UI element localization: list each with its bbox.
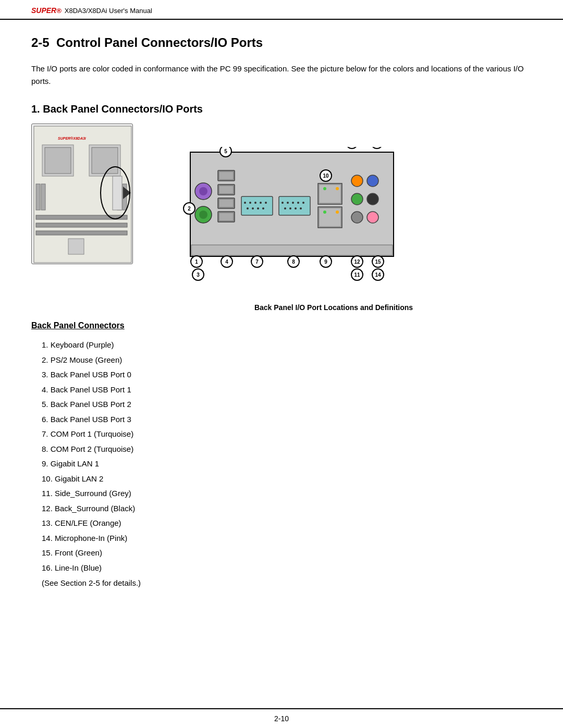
list-item: 15. Front (Green): [42, 546, 532, 561]
svg-rect-25: [219, 186, 233, 193]
svg-text:SUPER®X8DA3i: SUPER®X8DA3i: [58, 137, 87, 140]
list-item: 4. Back Panel USB Port 1: [42, 382, 532, 398]
svg-point-47: [289, 207, 291, 209]
list-item: 11. Side_Surround (Grey): [42, 486, 532, 501]
svg-text:5: 5: [224, 149, 227, 154]
svg-point-36: [247, 207, 249, 209]
see-section: (See Section 2-5 for details.): [42, 578, 532, 587]
svg-point-34: [260, 202, 262, 204]
list-item: 7. COM Port 1 (Turquoise): [42, 427, 532, 442]
svg-point-39: [262, 207, 264, 209]
svg-point-62: [351, 212, 363, 223]
svg-text:10: 10: [323, 173, 329, 179]
svg-rect-23: [219, 172, 233, 179]
back-panel-connectors-heading: Back Panel Connectors: [31, 321, 532, 330]
page-number: 2-10: [274, 714, 289, 723]
svg-rect-5: [92, 147, 118, 174]
list-item: 8. COM Port 2 (Turquoise): [42, 442, 532, 457]
page-wrapper: SUPER® X8DA3/X8DAi User's Manual 2-5 Con…: [0, 0, 563, 728]
diagram-caption: Back Panel I/O Port Locations and Defini…: [136, 303, 532, 312]
header-brand: SUPER®: [31, 6, 62, 15]
svg-text:12: 12: [354, 259, 360, 265]
list-item: 14. Microphone-In (Pink): [42, 531, 532, 546]
svg-text:8: 8: [292, 259, 295, 265]
reg-mark: ®: [56, 7, 62, 15]
list-item: 1. Keyboard (Purple): [42, 338, 532, 353]
list-item: 3. Back Panel USB Port 0: [42, 367, 532, 382]
svg-point-44: [297, 202, 299, 204]
svg-point-71: [346, 147, 358, 149]
brand-name: SUPER: [31, 6, 56, 15]
svg-rect-14: [113, 176, 122, 210]
svg-rect-13: [68, 239, 84, 254]
title-suffix: User's Manual: [107, 7, 152, 15]
header-model: X8DA3/X8DAi User's Manual: [65, 7, 152, 15]
svg-point-35: [265, 202, 267, 204]
svg-point-46: [284, 207, 286, 209]
svg-text:1: 1: [195, 259, 198, 265]
svg-text:2: 2: [188, 206, 191, 212]
list-item: 16. Line-In (Blue): [42, 561, 532, 576]
svg-rect-7: [41, 184, 45, 210]
svg-point-53: [336, 187, 339, 190]
svg-point-32: [249, 202, 251, 204]
svg-point-49: [300, 207, 302, 209]
section-title: Control Panel Connectors/IO Ports: [56, 35, 263, 50]
model-text: X8DA3/X8DAi: [65, 7, 107, 15]
svg-point-31: [244, 202, 246, 204]
svg-point-45: [302, 202, 304, 204]
svg-text:3: 3: [197, 272, 200, 278]
page-content: 2-5 Control Panel Connectors/IO Ports Th…: [0, 20, 563, 708]
svg-rect-40: [279, 196, 310, 215]
svg-rect-3: [45, 147, 71, 174]
svg-text:15: 15: [375, 259, 381, 265]
svg-point-63: [367, 212, 378, 223]
svg-point-19: [199, 187, 207, 195]
list-item: 12. Back_Surround (Black): [42, 501, 532, 516]
list-item: 9. Gigabit LAN 1: [42, 456, 532, 472]
list-item: 10. Gigabit LAN 2: [42, 472, 532, 487]
svg-text:11: 11: [354, 272, 360, 278]
svg-text:9: 9: [324, 259, 327, 265]
svg-rect-29: [219, 213, 233, 220]
svg-point-43: [292, 202, 294, 204]
svg-point-59: [367, 175, 378, 187]
svg-point-48: [295, 207, 297, 209]
section-heading: 2-5 Control Panel Connectors/IO Ports: [31, 35, 532, 50]
svg-rect-11: [36, 223, 127, 227]
svg-point-37: [252, 207, 254, 209]
page-header: SUPER® X8DA3/X8DAi User's Manual: [0, 0, 563, 20]
list-item: 2. PS/2 Mouse (Green): [42, 353, 532, 368]
svg-point-56: [323, 211, 326, 214]
intro-paragraph: The I/O ports are color coded in conform…: [31, 63, 532, 88]
list-item: 13. CEN/LFE (Orange): [42, 516, 532, 531]
svg-point-38: [257, 207, 259, 209]
svg-point-60: [351, 193, 363, 205]
motherboard-sketch: SUPER®X8DA3i: [31, 124, 133, 264]
svg-rect-6: [36, 184, 40, 210]
svg-point-21: [199, 211, 207, 219]
subsection-heading: 1. Back Panel Connectors/IO Ports: [31, 103, 532, 115]
svg-point-58: [351, 175, 363, 187]
svg-point-41: [282, 202, 284, 204]
svg-text:4: 4: [225, 259, 228, 265]
svg-point-52: [323, 187, 326, 190]
svg-point-33: [254, 202, 256, 204]
section-number: 2-5: [31, 35, 50, 50]
svg-point-73: [371, 147, 383, 149]
svg-rect-12: [36, 231, 127, 235]
io-panel-diagram: 6 5 2 13: [159, 147, 414, 298]
svg-rect-27: [219, 200, 233, 207]
svg-rect-64: [191, 245, 393, 255]
svg-text:14: 14: [375, 272, 381, 278]
connector-list: 1. Keyboard (Purple) 2. PS/2 Mouse (Gree…: [31, 338, 532, 575]
page-footer: 2-10: [0, 708, 563, 728]
diagram-area: SUPER®X8DA3i: [31, 124, 532, 298]
list-item: 5. Back Panel USB Port 2: [42, 397, 532, 412]
svg-rect-30: [241, 196, 273, 215]
list-item: 6. Back Panel USB Port 3: [42, 412, 532, 427]
svg-text:7: 7: [255, 259, 259, 265]
svg-point-61: [367, 193, 378, 205]
svg-point-57: [336, 211, 339, 214]
svg-point-42: [287, 202, 289, 204]
